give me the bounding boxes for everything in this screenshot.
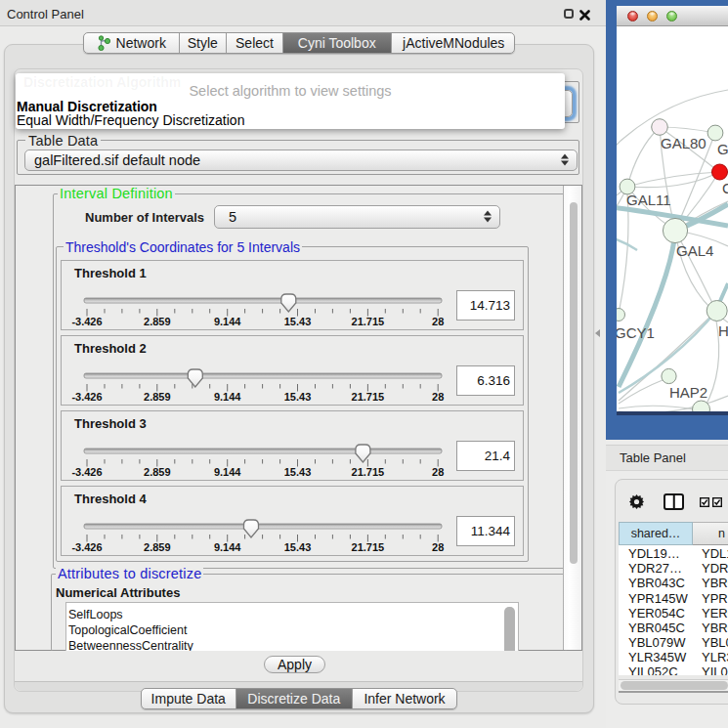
svg-text:21.715: 21.715 — [352, 541, 385, 553]
svg-text:9.144: 9.144 — [214, 466, 241, 478]
svg-text:21.715: 21.715 — [352, 391, 385, 403]
svg-text:28: 28 — [432, 316, 444, 327]
svg-text:-3.426: -3.426 — [71, 466, 102, 478]
svg-text:H: H — [718, 322, 728, 339]
svg-text:HAP2: HAP2 — [669, 384, 707, 401]
svg-text:GCY1: GCY1 — [617, 324, 655, 341]
svg-text:GAL4: GAL4 — [676, 242, 713, 259]
svg-text:28: 28 — [432, 466, 444, 478]
svg-text:9.144: 9.144 — [214, 316, 241, 327]
svg-text:C: C — [722, 180, 728, 196]
svg-text:15.43: 15.43 — [284, 466, 312, 478]
svg-text:-3.426: -3.426 — [71, 316, 102, 327]
svg-text:GAL80: GAL80 — [661, 135, 707, 151]
svg-text:9.144: 9.144 — [214, 541, 241, 553]
svg-text:28: 28 — [432, 391, 444, 403]
svg-text:-3.426: -3.426 — [71, 391, 102, 403]
svg-text:21.715: 21.715 — [352, 466, 385, 478]
svg-text:15.43: 15.43 — [284, 316, 312, 327]
svg-text:9.144: 9.144 — [214, 391, 241, 403]
svg-text:15.43: 15.43 — [284, 541, 312, 553]
svg-text:2.859: 2.859 — [144, 316, 171, 327]
svg-text:28: 28 — [432, 541, 444, 553]
svg-text:2.859: 2.859 — [144, 466, 171, 478]
svg-text:21.715: 21.715 — [352, 316, 385, 327]
svg-text:G.: G. — [717, 141, 728, 157]
svg-text:2.859: 2.859 — [144, 541, 171, 553]
svg-text:GAL11: GAL11 — [626, 192, 671, 208]
svg-text:-3.426: -3.426 — [71, 541, 102, 553]
svg-text:2.859: 2.859 — [144, 391, 171, 403]
svg-text:15.43: 15.43 — [284, 391, 312, 403]
